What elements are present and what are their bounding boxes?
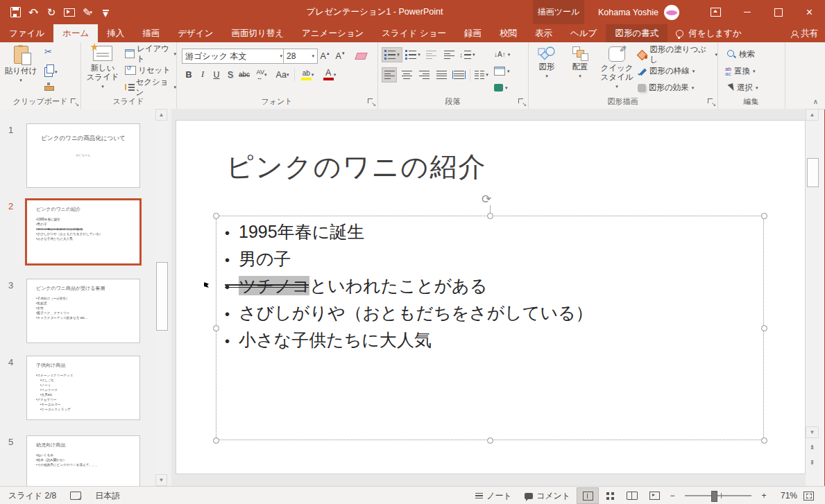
zoom-level[interactable]: 71% xyxy=(771,491,797,501)
paragraph-dialog-launcher[interactable] xyxy=(518,98,526,106)
tab-insert[interactable]: 挿入 xyxy=(98,24,133,42)
bold-button[interactable]: B xyxy=(182,67,196,82)
content-placeholder[interactable]: 1995年春に誕生 男の子 ツチノコといわれたことがある さびしがりや（おともだ… xyxy=(216,216,764,440)
align-left-button[interactable] xyxy=(382,67,397,82)
zoom-out-button[interactable]: − xyxy=(665,487,679,504)
tab-slideshow[interactable]: スライド ショー xyxy=(373,24,455,42)
language-indicator[interactable]: 日本語 xyxy=(95,490,120,502)
selection-handle-bottom-left[interactable] xyxy=(213,437,219,444)
new-slide-button[interactable]: 新しい スライド ▾ xyxy=(85,46,121,91)
fit-slide-to-window-button[interactable] xyxy=(797,487,819,504)
tab-design[interactable]: デザイン xyxy=(169,24,222,42)
thumbnail-scrollbar-thumb[interactable] xyxy=(156,262,168,331)
rotate-handle-icon[interactable]: ⟳ xyxy=(482,192,491,207)
slide-thumbnail-1[interactable]: ピンクのワニの商品化について わにちゃん xyxy=(26,123,140,188)
ribbon-display-options-button[interactable] xyxy=(700,0,731,24)
user-avatar[interactable] xyxy=(664,5,679,20)
slideshow-view-button[interactable] xyxy=(643,487,665,504)
thumbnail-scroll-up-icon[interactable]: ▲ xyxy=(155,109,167,121)
bullet-line[interactable]: さびしがりや（おともだちをさがしている） xyxy=(225,300,772,327)
close-button[interactable]: × xyxy=(794,0,825,24)
layout-button[interactable]: レイアウト▾ xyxy=(125,46,176,61)
numbering-button[interactable]: ▾ xyxy=(405,47,420,62)
main-scroll-down-icon[interactable]: ▼ xyxy=(806,426,819,438)
start-slideshow-button[interactable] xyxy=(61,3,78,22)
convert-smartart-button[interactable]: ▾ xyxy=(494,80,508,95)
decrease-font-size-button[interactable]: A▾ xyxy=(333,49,347,63)
align-text-button[interactable]: ▾ xyxy=(494,64,510,78)
select-button[interactable]: 選択▾ xyxy=(727,80,758,95)
cut-button[interactable]: ✂ xyxy=(44,46,52,57)
font-size-combobox[interactable]: 28▾ xyxy=(283,49,318,64)
normal-view-button[interactable] xyxy=(577,487,599,504)
thumbnail-scroll-down-icon[interactable]: ▼ xyxy=(155,474,167,486)
align-right-button[interactable] xyxy=(416,67,432,82)
comments-button[interactable]: コメント xyxy=(518,487,577,504)
selection-handle-middle-left[interactable] xyxy=(213,325,219,331)
font-name-combobox[interactable]: 游ゴシック 本文▾ xyxy=(182,49,286,64)
tab-review[interactable]: 校閲 xyxy=(491,24,526,42)
tab-file[interactable]: ファイル xyxy=(0,24,53,42)
clear-formatting-button[interactable] xyxy=(354,49,368,63)
line-spacing-button[interactable]: ↕▾ xyxy=(459,47,475,62)
slide-thumbnail-3[interactable]: ピンクのワニ商品が受ける客層 子供向け（〜小学生） 乳幼児 女性 親子ペア、ファ… xyxy=(26,279,140,343)
collapse-ribbon-button[interactable]: ∧ xyxy=(813,98,818,105)
text-shadow-button[interactable]: S xyxy=(223,67,237,82)
decrease-indent-button[interactable] xyxy=(423,47,439,62)
previous-slide-button[interactable]: ▴▴ xyxy=(806,444,819,450)
reset-button[interactable]: リセット xyxy=(125,63,171,78)
tab-animations[interactable]: アニメーション xyxy=(293,24,373,42)
customize-qat-button[interactable]: ▾ xyxy=(97,3,114,22)
strikethrough-button[interactable]: abc xyxy=(237,67,251,82)
character-spacing-button[interactable]: AV↔▾ xyxy=(251,67,272,82)
replace-button[interactable]: abac置換▾ xyxy=(725,64,755,78)
tab-view[interactable]: 表示 xyxy=(526,24,561,42)
bullets-button[interactable]: ▾ xyxy=(382,47,402,62)
italic-button[interactable]: I xyxy=(196,67,210,82)
tab-help[interactable]: ヘルプ xyxy=(561,24,606,42)
maximize-button[interactable] xyxy=(763,0,794,24)
main-scrollbar[interactable]: ▲ ▼ ▴▴ ▾▾ xyxy=(806,109,819,486)
font-color-button[interactable]: A▾ xyxy=(318,67,341,82)
minimize-button[interactable] xyxy=(731,0,763,24)
justify-button[interactable] xyxy=(434,67,449,82)
selection-handle-top-right[interactable] xyxy=(761,213,767,219)
underline-button[interactable]: U xyxy=(210,67,223,82)
slide-thumbnail-4[interactable]: 子供向け商品 ステーショナリーグッズ けしごむ ノート ペンケース 文具etc … xyxy=(26,356,140,420)
proofing-icon[interactable] xyxy=(70,492,81,500)
reading-view-button[interactable] xyxy=(621,487,643,504)
section-button[interactable]: セクション▾ xyxy=(125,80,176,94)
copy-button[interactable]: ▾ xyxy=(44,64,58,79)
tab-draw[interactable]: 描画 xyxy=(133,24,169,42)
clipboard-dialog-launcher[interactable] xyxy=(71,98,78,106)
text-direction-button[interactable]: ↓A↑▾ xyxy=(494,47,510,62)
thumbnail-scrollbar[interactable]: ▲ ▼ xyxy=(155,109,167,486)
tab-record[interactable]: 録画 xyxy=(455,24,491,42)
distribute-button[interactable] xyxy=(451,67,466,82)
selection-handle-top-left[interactable] xyxy=(213,213,219,219)
bullet-line[interactable]: 1995年春に誕生 xyxy=(225,219,772,246)
shape-effects-button[interactable]: 図形の効果▾ xyxy=(638,80,694,95)
selection-handle-bottom-center[interactable] xyxy=(487,437,493,444)
struck-text[interactable]: ツチノコ xyxy=(239,276,309,295)
bullet-line[interactable]: 男の子 xyxy=(225,246,772,273)
main-scrollbar-thumb[interactable] xyxy=(807,158,819,187)
slide-thumbnail-5[interactable]: 幼児向け商品 ぬいぐるみ 絵本（読み聞かせ） その他遊具にピンクのワニを添えて。… xyxy=(26,435,140,486)
quick-styles-button[interactable]: クイック スタイル ▾ xyxy=(599,46,635,91)
find-button[interactable]: 検索 xyxy=(727,47,755,62)
shape-fill-button[interactable]: 図形の塗りつぶし▾ xyxy=(638,47,717,62)
tab-transitions[interactable]: 画面切り替え xyxy=(222,24,293,42)
save-button[interactable] xyxy=(7,3,24,22)
selection-handle-middle-right[interactable] xyxy=(761,325,767,331)
shapes-button[interactable]: 図形 ▾ xyxy=(532,46,561,80)
slide-sorter-view-button[interactable] xyxy=(599,487,621,504)
font-dialog-launcher[interactable] xyxy=(368,98,375,106)
bullet-line-with-strikethrough[interactable]: ツチノコといわれたことがある xyxy=(225,273,772,300)
drawing-dialog-launcher[interactable] xyxy=(708,98,715,106)
selection-handle-bottom-right[interactable] xyxy=(761,437,767,444)
undo-button[interactable]: ↶▾ xyxy=(25,3,42,22)
slide-thumbnail-2-selected[interactable]: ピンクのワニの紹介 1995年春に誕生 男の子 ツチノコといわれたことがある さ… xyxy=(25,198,142,266)
zoom-slider[interactable] xyxy=(685,495,751,496)
account-area[interactable]: Kohama Yoshie xyxy=(598,0,679,24)
change-case-button[interactable]: Aa▾ xyxy=(272,67,293,82)
